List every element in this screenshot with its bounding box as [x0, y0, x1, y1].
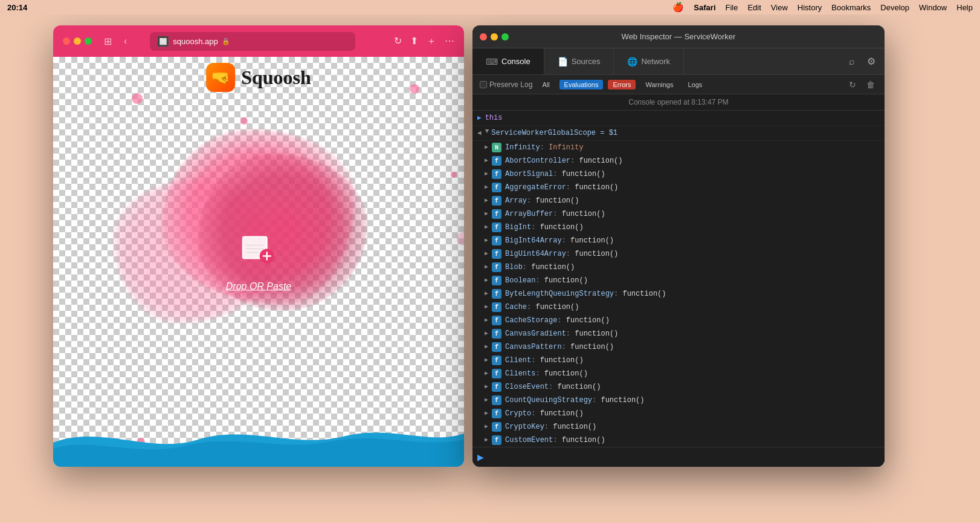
tree-item-BigInt[interactable]: ▶ f BigInt: function() — [472, 221, 885, 234]
favicon-icon: 🔲 — [157, 36, 169, 47]
filter-evaluations[interactable]: Evaluations — [559, 80, 604, 89]
tree-item-ArrayBuffer[interactable]: ▶ f ArrayBuffer: function() — [472, 207, 885, 221]
inspector-toolbar: Preserve Log All Evaluations Errors Warn… — [472, 75, 885, 94]
badge-f-CanvasPattern: f — [492, 342, 501, 352]
deco-circle-2 — [240, 117, 248, 125]
search-button[interactable]: ⌕ — [843, 53, 860, 70]
console-input[interactable] — [489, 453, 880, 461]
traffic-lights — [63, 37, 92, 45]
reload-icon[interactable]: ↻ — [394, 35, 402, 48]
tree-item-CloseEvent[interactable]: ▶ f CloseEvent: function() — [472, 380, 885, 394]
inspector-fullscreen[interactable] — [501, 33, 509, 41]
menubar-view[interactable]: View — [771, 3, 788, 12]
squoosh-icon: 🤜 — [206, 63, 235, 92]
more-icon[interactable]: ⋯ — [445, 35, 454, 48]
minimize-button[interactable] — [74, 37, 81, 45]
tree-item-AbortSignal[interactable]: ▶ f AbortSignal: function() — [472, 167, 885, 181]
tree-item-Array[interactable]: ▶ f Array: function() — [472, 194, 885, 207]
badge-f-AggregateError: f — [492, 183, 501, 192]
tree-text-Cache: Cache: function() — [505, 302, 579, 313]
tree-item-Cache[interactable]: ▶ f Cache: function() — [472, 300, 885, 314]
expand-arrow: ▶ — [485, 290, 488, 297]
badge-f-Client: f — [492, 356, 501, 365]
deco-circle-4 — [451, 172, 457, 178]
tree-item-Blob[interactable]: ▶ f Blob: function() — [472, 261, 885, 274]
settings-button[interactable]: ⚙ — [863, 53, 880, 70]
tree-item-CanvasGradient[interactable]: ▶ f CanvasGradient: function() — [472, 327, 885, 340]
expand-arrow: ▶ — [485, 250, 488, 257]
expand-arrow: ▶ — [485, 236, 488, 244]
tree-text-CryptoKey: CryptoKey: function() — [505, 421, 596, 432]
tree-item-CanvasPattern[interactable]: ▶ f CanvasPattern: function() — [472, 340, 885, 354]
expand-arrow: ▶ — [485, 263, 488, 270]
console-icon: ⌨ — [486, 57, 498, 67]
sidebar-toggle-icon[interactable]: ⊞ — [104, 36, 112, 47]
upload-icon — [242, 232, 276, 274]
drop-zone[interactable]: Drop OR Paste — [226, 232, 292, 292]
menubar-edit[interactable]: Edit — [747, 3, 761, 12]
console-entry-root[interactable]: ◀ ▼ ServiceWorkerGlobalScope = $1 — [472, 126, 885, 141]
tab-network[interactable]: 🌐 Network — [614, 48, 684, 74]
filter-warnings[interactable]: Warnings — [640, 80, 678, 89]
apple-menu[interactable]: 🍎 — [672, 2, 684, 13]
tree-text-BigUint64Array: BigUint64Array: function() — [505, 249, 618, 259]
console-input-row: ▶ — [472, 447, 885, 467]
close-button[interactable] — [63, 37, 70, 45]
inspector-minimize[interactable] — [491, 33, 498, 41]
expand-arrow: ▶ — [485, 396, 488, 403]
tree-item-BigUint64Array[interactable]: ▶ f BigUint64Array: function() — [472, 247, 885, 261]
address-bar[interactable]: 🔲 squoosh.app 🔒 — [150, 32, 355, 51]
tree-text-AbortSignal: AbortSignal: function() — [505, 169, 605, 180]
tree-item-Boolean[interactable]: ▶ f Boolean: function() — [472, 274, 885, 287]
tree-item-CryptoKey[interactable]: ▶ f CryptoKey: function() — [472, 420, 885, 434]
inspector-close[interactable] — [480, 33, 487, 41]
tree-item-CustomEvent[interactable]: ▶ f CustomEvent: function() — [472, 434, 885, 447]
badge-f-BigInt64Array: f — [492, 236, 501, 245]
share-icon[interactable]: ⬆ — [410, 35, 418, 48]
squoosh-title: Squoosh — [241, 67, 311, 89]
menubar-safari[interactable]: Safari — [694, 3, 715, 12]
refresh-button[interactable]: ↻ — [846, 78, 859, 91]
menubar-time: 20:14 — [7, 3, 27, 12]
tree-item-Client[interactable]: ▶ f Client: function() — [472, 354, 885, 367]
root-label: ServiceWorkerGlobalScope = $1 — [491, 128, 880, 138]
preserve-log-checkbox[interactable] — [480, 81, 487, 88]
fullscreen-button[interactable] — [85, 37, 92, 45]
menubar-file[interactable]: File — [726, 3, 738, 12]
tree-item-CacheStorage[interactable]: ▶ f CacheStorage: function() — [472, 314, 885, 327]
console-entry-this[interactable]: ▶ this — [472, 111, 885, 126]
inspector-tabs: ⌨ Console 📄 Sources 🌐 Network ⌕ ⚙ — [472, 48, 885, 75]
menubar-window[interactable]: Window — [919, 3, 947, 12]
tab-console[interactable]: ⌨ Console — [472, 48, 544, 74]
tree-item-Crypto[interactable]: ▶ f Crypto: function() — [472, 407, 885, 420]
menubar-bookmarks[interactable]: Bookmarks — [831, 3, 871, 12]
menubar-history[interactable]: History — [798, 3, 822, 12]
tree-item-AbortController[interactable]: ▶ f AbortController: function() — [472, 154, 885, 167]
back-icon[interactable]: ‹ — [124, 36, 127, 47]
tree-item-BigInt64Array[interactable]: ▶ f BigInt64Array: function() — [472, 234, 885, 247]
paste-link[interactable]: Paste — [266, 281, 291, 291]
tab-sources[interactable]: 📄 Sources — [544, 48, 614, 74]
tree-item-CountQueuingStrategy[interactable]: ▶ f CountQueuingStrategy: function() — [472, 394, 885, 407]
tree-item-AggregateError[interactable]: ▶ f AggregateError: function() — [472, 181, 885, 194]
filter-all[interactable]: All — [537, 80, 554, 89]
clear-button[interactable]: 🗑 — [864, 78, 877, 91]
badge-f-CacheStorage: f — [492, 316, 501, 325]
tree-item-infinity[interactable]: ▶ N Infinity: Infinity — [472, 141, 885, 154]
newtab-icon[interactable]: ＋ — [427, 35, 436, 48]
badge-f-AbortSignal: f — [492, 169, 501, 179]
preserve-log-label: Preserve Log — [489, 80, 532, 89]
console-body[interactable]: ▶ this ◀ ▼ ServiceWorkerGlobalScope = $1… — [472, 111, 885, 447]
tree-text-CanvasGradient: CanvasGradient: function() — [505, 328, 618, 339]
tree-text-Client: Client: function() — [505, 355, 584, 366]
console-info-bar: Console opened at 8:13:47 PM — [472, 94, 885, 111]
menubar-develop[interactable]: Develop — [880, 3, 909, 12]
tree-item-ByteLengthQueuingStrategy[interactable]: ▶ f ByteLengthQueuingStrategy: function(… — [472, 287, 885, 300]
menubar-help[interactable]: Help — [956, 3, 973, 12]
badge-f-Boolean: f — [492, 276, 501, 285]
badge-f-Blob: f — [492, 262, 501, 272]
filter-errors[interactable]: Errors — [608, 80, 636, 89]
tree-item-Clients[interactable]: ▶ f Clients: function() — [472, 367, 885, 380]
filter-logs[interactable]: Logs — [683, 80, 708, 89]
drop-text: Drop OR Paste — [226, 281, 292, 292]
